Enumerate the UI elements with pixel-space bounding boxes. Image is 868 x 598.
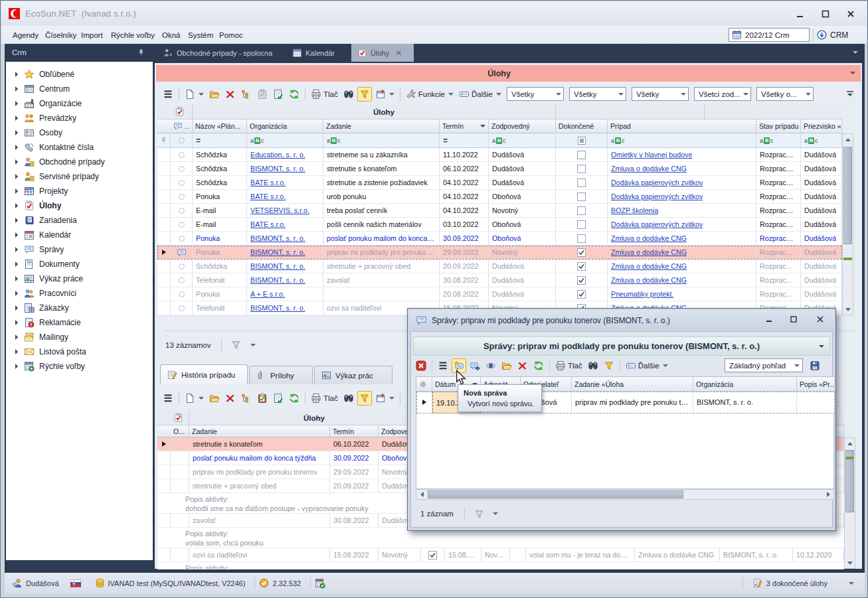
expand-arrow-icon[interactable] [15,320,18,325]
column-header-stav[interactable]: Stav prípadu [756,119,801,133]
status-language[interactable] [70,579,81,587]
menu-okn-[interactable]: Okná [161,26,182,44]
task-row[interactable]: SchôdzkaBISMONT, s. r. o.stretnutie + pr… [157,260,842,273]
filter-cell-icon[interactable] [171,133,193,148]
new-record-button[interactable] [183,87,206,102]
status-calendar[interactable] [315,578,325,589]
delete-message-button[interactable] [515,358,530,373]
dialog-minimize-button[interactable] [762,313,778,325]
sidebar-item-z-kazky[interactable]: Zákazky [6,301,153,315]
expand-arrow-icon[interactable] [15,349,18,354]
task-row[interactable]: SchôdzkaBATE s.r.o.stretnutie a zistenie… [157,176,842,190]
sidebar-item-spr-vy[interactable]: Správy [6,242,153,257]
search-button[interactable] [341,391,356,406]
filter-combo-3[interactable]: Všetky [632,87,689,101]
cell-org[interactable]: BATE s.r.o. [247,176,323,190]
window-minimize-button[interactable] [790,7,810,21]
cell-pripad[interactable]: Zmluva o dodávke CNG [608,232,756,246]
sidebar-item-kontaktn-sla[interactable]: Kontaktné čísla [6,140,153,155]
tasks-grid-vscrollbar[interactable] [842,133,853,315]
tab-close-icon[interactable]: ✕ [395,48,402,58]
filter-funnel-icon[interactable] [231,340,241,350]
save-view-button[interactable] [807,358,823,373]
window-maximize-button[interactable] [816,7,835,21]
cell-org[interactable]: BISMONT, s. r. o. [247,273,323,287]
expand-arrow-icon[interactable] [15,247,18,252]
sidebar-item-servisn-pr-pady[interactable]: Servisné prípady [6,169,153,184]
cell-dokoncene[interactable] [556,273,608,287]
expand-arrow-icon[interactable] [15,188,18,194]
expand-arrow-icon[interactable] [15,218,18,223]
expand-arrow-icon[interactable] [15,130,18,135]
tab-kalend-r[interactable]: Kalendár [286,44,349,62]
window-close-button[interactable] [841,7,861,21]
cell-org[interactable]: BISMONT, s. r. o. [247,232,323,246]
menu--seln-ky[interactable]: Číselníky [44,26,78,44]
confirm-record-button[interactable] [271,391,286,406]
toolbar-menu-icon[interactable]: ☰ [161,391,175,406]
forward-message-button[interactable] [468,358,482,373]
cell-pripad[interactable]: Zmluva o dodávke CNG [608,246,756,260]
column-header-gear[interactable] [416,377,432,392]
search-button[interactable] [341,87,356,102]
task-row[interactable]: SchôdzkaBISMONT, s. r. o.stretnutie s ko… [157,162,842,176]
cell-pripad[interactable]: Zmluva o dodávke CNG [608,162,756,176]
sidebar-item-v-kaz-pr-ce[interactable]: Výkaz práce [6,271,153,286]
expand-arrow-icon[interactable] [15,291,18,296]
tab--lohy[interactable]: Úlohy✕ [351,44,414,62]
column-header-zadanie-loha[interactable]: Zadanie «Úloha [572,377,693,392]
open-record-button[interactable] [207,391,222,406]
toolbar-menu-icon[interactable]: ☰ [436,358,450,373]
filter-cell-ind[interactable] [157,133,171,148]
cell-dokoncene[interactable] [556,232,608,246]
scroll-down-button[interactable] [845,558,855,568]
task-row[interactable]: PonukaA + E s.r.o.20.08.2022DudášováPneu… [157,287,842,301]
column-header-pripad[interactable]: Prípad [608,119,756,133]
expand-arrow-icon[interactable] [15,174,18,179]
more-button[interactable]: Ďalšie [624,358,670,373]
expand-arrow-icon[interactable] [15,232,18,238]
status-dropdown-icon[interactable] [849,582,854,585]
task-row[interactable]: PonukaBISMONT, s. r. o.priprav mi podkla… [157,246,842,260]
cell-pripad[interactable]: Zmluva o dodávke CNG [608,260,756,273]
expand-arrow-icon[interactable] [15,305,18,311]
cell-dokoncene[interactable] [556,260,608,273]
sidebar-item-projekty[interactable]: Projekty [6,184,153,198]
messages-grid-hscrollbar[interactable] [416,489,834,500]
column-header-zodpovedny[interactable]: Zodpovedný [489,119,556,133]
tree-view-button[interactable] [239,87,254,102]
menu-r-chle-vo-by[interactable]: Rýchle voľby [110,26,156,44]
delete-record-button[interactable] [223,391,238,406]
cell-dokoncene[interactable] [556,162,608,176]
filter-combo-1[interactable]: Všetky [507,87,564,101]
sidebar-item-pracovn-ci[interactable]: Pracovníci [6,286,153,301]
cell-dokoncene[interactable] [556,218,608,232]
filter-cell-zadanie[interactable]: aBc [323,133,440,148]
preview-button[interactable] [483,358,498,373]
filter-combo-5[interactable]: Všetky o... [756,87,814,101]
expand-arrow-icon[interactable] [15,115,18,121]
menu-import[interactable]: Import [80,26,104,44]
dialog-filter-dropdown-icon[interactable] [493,512,498,515]
detail-tab-pr-lohy[interactable]: Prílohy [249,366,313,384]
open-record-button[interactable] [207,87,222,102]
cell-org[interactable]: BISMONT, s. r. o. [247,301,323,315]
cell-org[interactable]: BISMONT, s. r. o. [247,246,323,260]
menu-agendy[interactable]: Agendy [11,26,40,44]
sidebar-item-organiz-cie[interactable]: Organizácie [6,96,153,111]
scroll-up-button[interactable] [845,438,855,449]
crm-module-button[interactable]: CRM [817,28,848,42]
cell-dokoncene[interactable] [556,287,608,301]
cell-dokoncene[interactable] [556,204,608,218]
cell-dokoncene[interactable] [421,548,445,562]
cell-org[interactable]: VETSERVIS, s.r.o. [247,204,323,218]
history-row[interactable]: ozvi sa riaditeľovi15.08.2022Novotný15.0… [157,548,844,562]
new-form-button[interactable] [373,87,396,102]
dialog-close-button[interactable] [812,313,828,325]
column-header-nazov[interactable]: Názov «Plán... [193,119,247,133]
sidebar-item-osoby[interactable]: Osoby [6,125,153,140]
expand-arrow-icon[interactable] [15,86,18,92]
cell-pripad[interactable]: Pneumatiky protekt. [608,287,756,301]
expand-arrow-icon[interactable] [15,159,18,165]
task-row[interactable]: E-mailVETSERVIS, s.r.o.treba poslať cenn… [157,204,842,218]
